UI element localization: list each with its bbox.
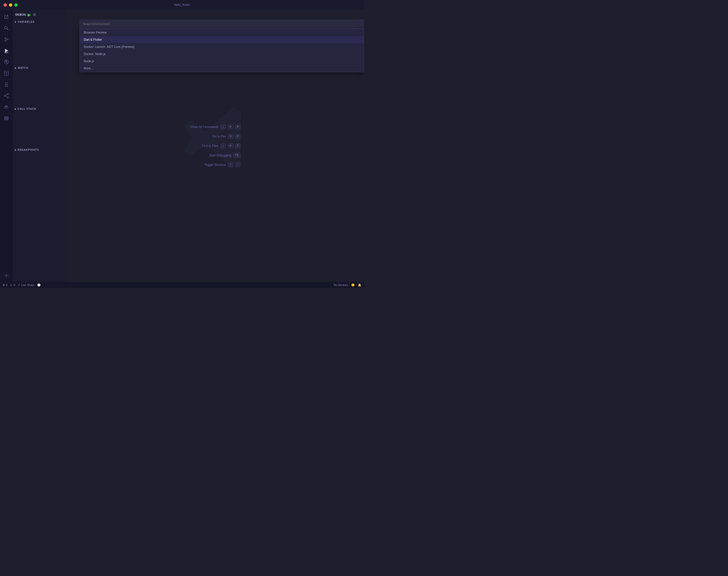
sidebar-item-test[interactable] <box>1 79 11 90</box>
status-bar: ⊗ 0 ⚠ 0 ↗ Live Share 🕐 No Devices 🙂 🔔 <box>0 282 364 288</box>
svg-line-16 <box>6 94 7 95</box>
debug-config-icon[interactable]: ⚙ <box>33 12 36 17</box>
watch-header[interactable]: WATCH <box>13 65 66 70</box>
shortcut-key-f: F <box>235 143 241 148</box>
minimize-button[interactable] <box>9 3 12 7</box>
svg-rect-20 <box>7 107 8 107</box>
sidebar-item-explorer[interactable] <box>1 12 11 22</box>
debug-header: DEBUG ▶ ⚙ <box>13 10 66 20</box>
svg-rect-19 <box>5 107 6 107</box>
env-dropdown: Browser Preview Dart & Flutter Docker: L… <box>79 29 364 72</box>
sidebar-item-run-debug[interactable] <box>1 46 11 56</box>
status-live-share[interactable]: ↗ Live Share <box>18 283 34 287</box>
sidebar-section-watch: WATCH <box>13 65 66 107</box>
svg-point-4 <box>7 39 8 40</box>
sidebar-section-breakpoints: BREAKPOINTS <box>13 147 66 282</box>
content-area: Show All Commands ⇧ ⌘ P Go to File ⌘ P F… <box>66 10 364 282</box>
breakpoints-chevron <box>15 149 17 151</box>
sidebar-item-search[interactable] <box>1 23 11 33</box>
debug-play-button[interactable]: ▶ <box>28 12 31 17</box>
title-bar: hello_flutter <box>0 0 364 10</box>
env-item-dart-flutter[interactable]: Dart & Flutter <box>80 36 364 43</box>
shortcut-key-p: P <box>235 124 241 129</box>
sidebar-item-docker[interactable] <box>1 102 11 112</box>
breakpoints-label: BREAKPOINTS <box>18 148 39 151</box>
svg-rect-18 <box>4 107 5 107</box>
main-layout: DEBUG ▶ ⚙ VARIABLES WATCH CALL STACK <box>0 10 364 282</box>
env-item-docker-dotnet[interactable]: Docker: Launch .NET Core (Preview) <box>80 43 364 51</box>
sidebar-item-extensions[interactable] <box>1 57 11 67</box>
shortcut-key-cmd3: ⌘ <box>228 143 233 148</box>
status-time: 🕐 <box>37 283 41 287</box>
notification-icon[interactable]: 🔔 <box>358 283 361 287</box>
svg-line-17 <box>6 96 7 97</box>
sidebar-item-settings[interactable] <box>1 271 11 282</box>
sidebar-item-layout[interactable] <box>1 68 11 78</box>
status-bar-right: No Devices 🙂 🔔 <box>334 283 361 287</box>
sidebar-item-live-share[interactable] <box>1 91 11 101</box>
env-item-more[interactable]: More... <box>80 65 364 72</box>
svg-point-14 <box>4 95 6 96</box>
window-title: hello_flutter <box>174 3 190 7</box>
svg-rect-21 <box>5 106 6 107</box>
status-no-devices[interactable]: No Devices <box>334 283 348 286</box>
shortcut-key-p2: P <box>235 134 241 139</box>
maximize-button[interactable] <box>14 3 18 7</box>
watch-chevron <box>15 67 17 69</box>
shortcut-key-shift: ⇧ <box>221 124 226 129</box>
close-button[interactable] <box>4 3 7 7</box>
variables-chevron <box>15 21 17 23</box>
sidebar: DEBUG ▶ ⚙ VARIABLES WATCH CALL STACK <box>13 10 66 282</box>
svg-point-26 <box>6 275 7 276</box>
status-warnings[interactable]: ⚠ 0 <box>10 283 15 287</box>
svg-rect-23 <box>5 117 8 118</box>
svg-point-3 <box>5 37 6 39</box>
smiley-icon[interactable]: 🙂 <box>351 283 355 287</box>
env-item-docker-nodejs[interactable]: Docker: Node.js <box>80 51 364 58</box>
environment-picker[interactable]: Browser Preview Dart & Flutter Docker: L… <box>79 20 364 72</box>
sidebar-item-source-control[interactable] <box>1 34 11 45</box>
live-share-label: Live Share <box>21 283 34 286</box>
shortcut-row-gotofile: Go to File ⌘ P <box>190 134 241 139</box>
shortcut-key-shift2: ⇧ <box>221 143 226 148</box>
svg-point-2 <box>5 40 6 41</box>
env-search-input[interactable] <box>83 22 360 26</box>
callstack-header[interactable]: CALL STACK <box>13 107 66 111</box>
shortcut-label-findinfiles: Find in Files <box>202 144 219 148</box>
activity-bar <box>0 10 13 282</box>
callstack-label: CALL STACK <box>18 108 36 110</box>
env-item-nodejs[interactable]: Node.js <box>80 58 364 65</box>
traffic-lights <box>4 3 18 7</box>
warning-count: 0 <box>13 283 15 286</box>
breakpoints-header[interactable]: BREAKPOINTS <box>13 147 66 152</box>
clock-icon: 🕐 <box>37 283 41 287</box>
svg-point-13 <box>7 93 9 95</box>
shortcut-key-cmd2: ⌘ <box>228 134 233 139</box>
warning-icon: ⚠ <box>10 283 12 287</box>
live-share-arrow-icon: ↗ <box>18 283 20 287</box>
svg-rect-25 <box>5 119 8 120</box>
shortcut-label-terminal: Toggle Terminal <box>204 163 226 167</box>
shortcut-label-commands: Show All Commands <box>190 125 219 129</box>
shortcut-row-terminal: Toggle Terminal ^ ` <box>190 162 241 167</box>
shortcut-row-findinfiles: Find in Files ⇧ ⌘ F <box>190 143 241 148</box>
env-item-browser-preview[interactable]: Browser Preview <box>80 29 364 36</box>
shortcut-key-backtick: ` <box>235 162 241 167</box>
shortcuts-area: Show All Commands ⇧ ⌘ P Go to File ⌘ P F… <box>190 124 241 167</box>
svg-rect-22 <box>7 106 8 107</box>
svg-line-1 <box>7 29 8 30</box>
variables-label: VARIABLES <box>18 21 34 23</box>
env-search-bar <box>79 20 364 29</box>
shortcut-key-f5: F5 <box>233 153 240 158</box>
debug-label: DEBUG <box>16 13 26 16</box>
status-errors[interactable]: ⊗ 0 <box>3 283 7 287</box>
sidebar-item-database[interactable] <box>1 113 11 123</box>
shortcut-label-gotofile: Go to File <box>212 135 226 138</box>
shortcut-key-ctrl: ^ <box>228 162 233 167</box>
variables-header[interactable]: VARIABLES <box>13 20 66 24</box>
error-count: 0 <box>6 283 7 286</box>
svg-point-0 <box>5 26 7 29</box>
shortcut-row-commands: Show All Commands ⇧ ⌘ P <box>190 124 241 129</box>
sidebar-section-callstack: CALL STACK <box>13 107 66 147</box>
svg-point-15 <box>7 97 9 98</box>
